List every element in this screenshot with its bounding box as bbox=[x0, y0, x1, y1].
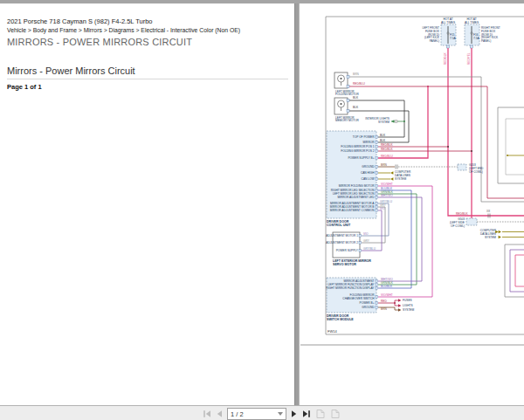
svg-text:FOLDING MIRROR POS 1: FOLDING MIRROR POS 1 bbox=[341, 145, 374, 148]
svg-text:RED/BLK: RED/BLK bbox=[381, 148, 394, 151]
svg-text:WHT/VIO: WHT/VIO bbox=[381, 194, 393, 197]
data-lines-reference: COMPUTER DATA LINES SYSTEM bbox=[395, 170, 411, 180]
svg-text:PANEL): PANEL) bbox=[430, 39, 439, 43]
previous-view-button[interactable] bbox=[315, 409, 326, 419]
svg-text:SYSTEM: SYSTEM bbox=[395, 177, 406, 181]
svg-text:MIRROR ADJUSTMENT LED: MIRROR ADJUSTMENT LED bbox=[337, 196, 375, 199]
svg-text:ADJUSTMENT MOTOR 2: ADJUSTMENT MOTOR 2 bbox=[326, 241, 358, 244]
svg-text:SYSTEM: SYSTEM bbox=[378, 120, 390, 124]
svg-text:VIO: VIO bbox=[363, 232, 369, 236]
diagram-code: FW14 bbox=[328, 329, 337, 334]
svg-text:POWER SUPPLY: POWER SUPPLY bbox=[336, 249, 359, 252]
vehicle-title: 2021 Porsche 718 Cayman S (982) F4-2.5L … bbox=[7, 17, 152, 25]
ground-g503: G503 (LEFT SIDE OF COWL) bbox=[450, 217, 524, 227]
breadcrumb: Vehicle > Body and Frame > Mirrors > Dia… bbox=[7, 27, 240, 33]
document-info-panel: 2021 Porsche 718 Cayman S (982) F4-2.5L … bbox=[0, 3, 294, 405]
svg-text:SYSTEM: SYSTEM bbox=[485, 236, 496, 239]
svg-text:7.5A: 7.5A bbox=[473, 37, 479, 40]
diagram-page-pane: FW14 HOT AT ALL TIMES F15 7.5A LEFT FRON… bbox=[300, 3, 524, 405]
last-page-button[interactable] bbox=[302, 410, 311, 418]
fuse-location-label: LEFT FRONT FUSE BOX (ROW D) (LEFT KICK P… bbox=[422, 26, 439, 43]
left-exterior-mirror-servo-motor: ADJUSTMENT MOTOR 1 ADJUSTMENT MOTOR 2 PO… bbox=[326, 232, 376, 267]
svg-text:RIGHT MIRROR FUNCTION DISPLAY: RIGHT MIRROR FUNCTION DISPLAY bbox=[326, 286, 375, 290]
svg-text:GRY/BLU: GRY/BLU bbox=[363, 247, 376, 251]
svg-text:VIO: VIO bbox=[380, 207, 385, 210]
svg-text:RED/BLU: RED/BLU bbox=[353, 82, 366, 86]
previous-page-button[interactable] bbox=[216, 410, 223, 418]
interior-lights-label: INTERIOR LIGHTS SYSTEM bbox=[365, 117, 390, 124]
left-mirror-folding-motor: LEFT MIRROR FOLDING MOTOR BRN RED/BLU bbox=[334, 72, 366, 96]
wiring-diagram: FW14 HOT AT ALL TIMES F15 7.5A LEFT FRON… bbox=[300, 3, 524, 405]
svg-text:ALL TIMES: ALL TIMES bbox=[441, 21, 455, 24]
module-references: FUSES LIGHTS SYSTEM bbox=[403, 299, 414, 312]
svg-text:MEMORY MOTOR: MEMORY MOTOR bbox=[335, 119, 360, 122]
fuse-left: HOT AT ALL TIMES F15 7.5A LEFT FRONT FUS… bbox=[422, 17, 456, 65]
svg-text:CAN LOW: CAN LOW bbox=[362, 177, 375, 181]
svg-text:FOLDING MIRROR POS 2: FOLDING MIRROR POS 2 bbox=[341, 149, 374, 153]
svg-text:RED/BLK: RED/BLK bbox=[381, 143, 394, 147]
fuse-amps: 7.5A bbox=[450, 37, 456, 40]
wire-label: RED/BLK bbox=[456, 212, 469, 216]
ground-g203-label: G203 (LEFT END OF COWL) bbox=[469, 163, 484, 173]
svg-text:ADJUSTMENT MOTOR 1: ADJUSTMENT MOTOR 1 bbox=[326, 234, 358, 238]
control-unit-wiring: G203 (LEFT END OF COWL) COMPUTER DATA LI… bbox=[362, 147, 484, 297]
svg-text:LIGHTS: LIGHTS bbox=[403, 304, 413, 307]
svg-text:CHANGEOVER SWITCH: CHANGEOVER SWITCH bbox=[342, 297, 375, 300]
svg-text:RED/YEL: RED/YEL bbox=[467, 52, 471, 65]
svg-text:SWITCH MODULE: SWITCH MODULE bbox=[327, 318, 354, 321]
driver-door-switch-module: MIRROR ADJUSTMENT LEFT MIRROR FUNCTION D… bbox=[326, 278, 414, 322]
servo-pin-labels: ADJUSTMENT MOTOR 1 ADJUSTMENT MOTOR 2 PO… bbox=[326, 234, 359, 252]
offpage-loops-bottom-right bbox=[505, 244, 524, 297]
power-feed-wires: X8 RED/BLK bbox=[447, 48, 524, 218]
next-page-button[interactable] bbox=[291, 410, 298, 418]
app-window: 2021 Porsche 718 Cayman S (982) F4-2.5L … bbox=[0, 0, 524, 420]
pager-toolbar: 1 / 2 bbox=[0, 405, 524, 420]
svg-text:RED/BLU: RED/BLU bbox=[381, 155, 394, 158]
section-divider bbox=[7, 79, 288, 79]
svg-text:BLK: BLK bbox=[353, 96, 359, 100]
svg-text:RED: RED bbox=[381, 300, 387, 303]
svg-text:BLK: BLK bbox=[380, 139, 386, 142]
svg-text:OF COWL): OF COWL) bbox=[469, 170, 483, 174]
control-unit-wire-labels: BLK BLK RED/BLK RED/BLK RED/BLU BRN VIO/… bbox=[380, 134, 394, 210]
connector-label: X8 bbox=[486, 210, 490, 213]
page-dropdown-caret[interactable] bbox=[278, 412, 283, 416]
svg-text:POWER SUPPLY B+: POWER SUPPLY B+ bbox=[348, 156, 374, 160]
svg-text:GROUND: GROUND bbox=[362, 306, 375, 309]
svg-text:TOP OF POWER: TOP OF POWER bbox=[353, 135, 375, 139]
svg-text:GRY: GRY bbox=[363, 239, 370, 243]
page-title: MIRRORS - POWER MIRRORS CIRCUIT bbox=[7, 37, 192, 47]
svg-text:DRIVER DOOR: DRIVER DOOR bbox=[327, 314, 349, 318]
section-title: Mirrors - Power Mirrors Circuit bbox=[7, 65, 135, 76]
svg-text:SERVO MOTOR: SERVO MOTOR bbox=[333, 263, 356, 266]
svg-text:DRIVER DOOR: DRIVER DOOR bbox=[327, 220, 349, 224]
fuse-location-label: RIGHT FRONT FUSE BOX (ROW D) (RIGHT KICK… bbox=[481, 26, 500, 43]
svg-text:BLK: BLK bbox=[380, 134, 386, 137]
svg-text:BLU/BLK: BLU/BLK bbox=[381, 285, 393, 288]
next-view-button[interactable] bbox=[330, 409, 341, 419]
svg-text:CONTROL UNIT: CONTROL UNIT bbox=[327, 224, 351, 227]
data-lines-reference-2: COMPUTER DATA LINES SYSTEM bbox=[480, 229, 524, 238]
svg-text:GROUND: GROUND bbox=[362, 165, 375, 169]
svg-text:PANEL): PANEL) bbox=[481, 39, 491, 43]
page-indicator: 1 / 2 bbox=[231, 410, 278, 418]
svg-text:SYSTEM: SYSTEM bbox=[403, 308, 414, 312]
interior-lights-reference: INTERIOR LIGHTS SYSTEM bbox=[365, 117, 405, 124]
svg-text:BRN: BRN bbox=[381, 307, 387, 311]
svg-text:MIRROR FOLDING MOTOR: MIRROR FOLDING MOTOR bbox=[339, 184, 375, 188]
ground-g503-label: G503 (LEFT SIDE OF COWL) bbox=[450, 217, 465, 227]
svg-text:BRN: BRN bbox=[353, 72, 359, 76]
svg-text:FUSES: FUSES bbox=[403, 299, 412, 302]
first-page-button[interactable] bbox=[203, 410, 211, 418]
switch-module-wire-labels: WHT/VIO GRN/BLK BLU/BLK VIO/WHT RED BRN bbox=[381, 278, 394, 312]
svg-text:VIO/WHT: VIO/WHT bbox=[381, 182, 393, 186]
fuse-right: HOT AT ALL TIMES F16 7.5A RIGHT FRONT FU… bbox=[465, 17, 500, 65]
svg-text:MIRROR: MIRROR bbox=[363, 141, 376, 144]
svg-text:BLK: BLK bbox=[353, 106, 359, 109]
svg-text:OF COWL): OF COWL) bbox=[451, 224, 465, 228]
svg-text:POWER B+: POWER B+ bbox=[360, 301, 375, 305]
wire-label: RED/BLK bbox=[444, 52, 447, 65]
page-number-field[interactable]: 1 / 2 bbox=[227, 408, 286, 420]
page-count-label: Page 1 of 1 bbox=[7, 83, 42, 91]
svg-text:MIRROR ADJUSTMENT COMMON: MIRROR ADJUSTMENT COMMON bbox=[330, 209, 375, 212]
